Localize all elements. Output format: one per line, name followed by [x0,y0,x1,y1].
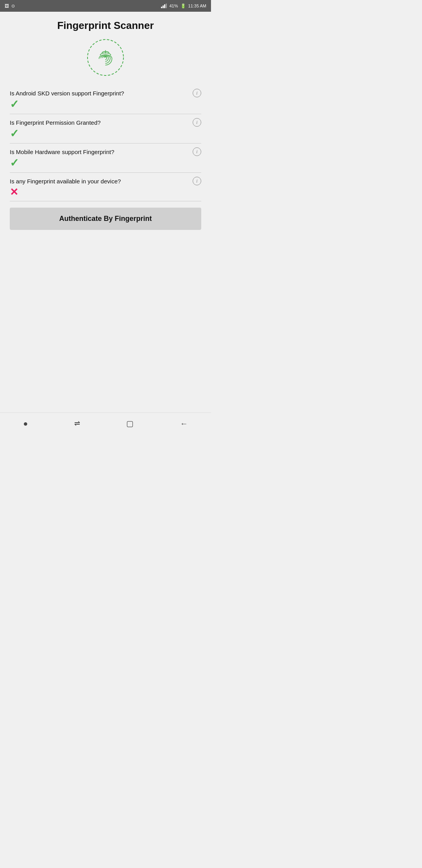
svg-point-0 [88,39,123,75]
check-item-permission: Is Fingerprint Permission Granted? i ✓ [10,114,201,143]
fingerprint-icon-area [10,38,201,77]
check-result-permission: ✓ [10,128,201,139]
cross-mark-enrolled: ✕ [10,186,18,198]
check-item-sdk: Is Android SKD version support Fingerpri… [10,85,201,114]
bottom-nav: ● ⇌ ▢ ← [0,412,211,434]
fingerprint-ring [86,38,125,77]
overview-icon[interactable]: ▢ [126,419,134,428]
check-list: Is Android SKD version support Fingerpri… [10,85,201,201]
status-right: 41% 🔋 11:35 AM [161,4,206,9]
check-label-permission: Is Fingerprint Permission Granted? [10,119,101,126]
info-icon-enrolled[interactable]: i [193,177,201,185]
signal-icon [161,4,167,8]
dashed-ring-svg [86,38,125,77]
check-result-sdk: ✓ [10,99,201,110]
time-display: 11:35 AM [188,4,206,8]
status-bar: 🖼 ⊙ 41% 🔋 11:35 AM [0,0,211,12]
info-icon-permission[interactable]: i [193,118,201,127]
back-icon[interactable]: ← [180,419,188,428]
battery-status: 41% [169,4,178,8]
check-result-hardware: ✓ [10,158,201,169]
info-icon-sdk[interactable]: i [193,89,201,97]
info-icon-hardware[interactable]: i [193,147,201,156]
check-mark-permission: ✓ [10,127,19,140]
check-mark-hardware: ✓ [10,157,19,169]
main-content: Fingerprint Scanner [0,12,211,234]
check-label-hardware: Is Mobile Hardware support Fingerprint? [10,149,114,155]
check-mark-sdk: ✓ [10,98,19,110]
home-icon[interactable]: ● [23,419,28,428]
check-label-enrolled: Is any Fingerprint available in your dev… [10,178,121,185]
check-label-sdk: Is Android SKD version support Fingerpri… [10,90,124,97]
check-item-hardware: Is Mobile Hardware support Fingerprint? … [10,143,201,173]
recent-icon[interactable]: ⇌ [74,419,80,428]
page-title: Fingerprint Scanner [10,20,201,32]
check-item-enrolled: Is any Fingerprint available in your dev… [10,173,201,201]
check-result-enrolled: ✕ [10,187,201,197]
refresh-icon: ⊙ [11,4,15,9]
authenticate-button[interactable]: Authenticate By Fingerprint [10,208,201,230]
image-icon: 🖼 [5,4,9,8]
status-left-icons: 🖼 ⊙ [5,4,15,9]
battery-icon: 🔋 [181,4,186,9]
